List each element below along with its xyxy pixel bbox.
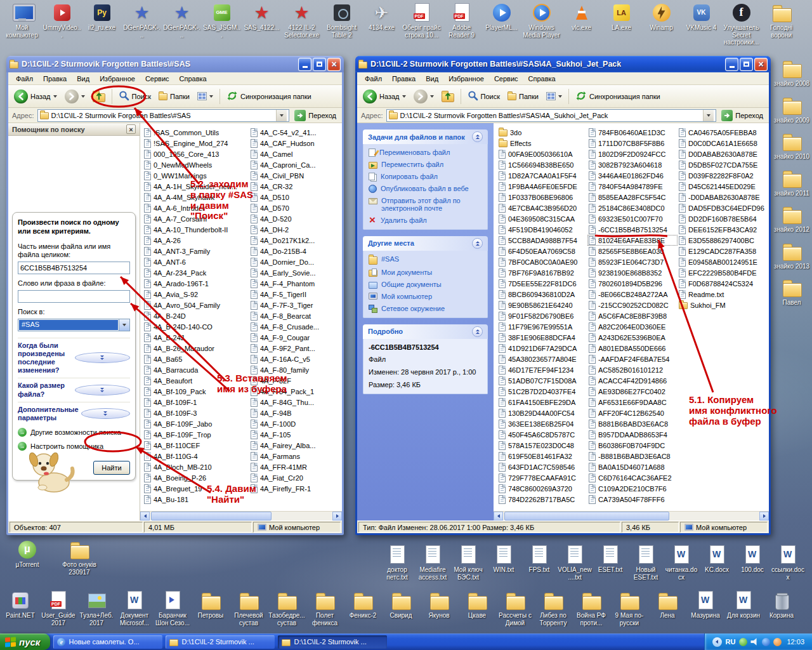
file-item[interactable]: 4A_Fairey_Alba... bbox=[249, 440, 342, 451]
file-item[interactable]: 1F0337B06BE96806 bbox=[497, 192, 587, 202]
file-item[interactable]: 4A_Ba65 bbox=[143, 354, 249, 364]
file-item[interactable]: 04E369508C315CAA bbox=[497, 213, 587, 224]
file-item[interactable]: 3446A4E01862FD46 bbox=[587, 170, 678, 181]
desktop-icon[interactable]: DGenPACK-... bbox=[122, 3, 162, 46]
desktop-icon[interactable]: Павел bbox=[773, 277, 811, 307]
go-button[interactable]: Переход bbox=[292, 110, 338, 121]
file-item[interactable]: 4A_F-9_Cougar bbox=[249, 332, 342, 343]
file-item[interactable]: DEE6152EFB43CA92 bbox=[678, 224, 768, 235]
file-item[interactable]: 4A_F-16A-C_v5 bbox=[249, 354, 342, 364]
scroll-left-button[interactable] bbox=[494, 512, 503, 521]
views-button[interactable] bbox=[543, 90, 565, 102]
task-link[interactable]: Общие документы bbox=[369, 281, 482, 289]
file-item[interactable]: 4A_F-105 bbox=[249, 429, 342, 440]
file-item[interactable]: 450F45A6C8D5787C bbox=[497, 429, 587, 440]
desktop-icon[interactable]: WIN.txt bbox=[486, 545, 521, 581]
file-item[interactable]: -AAFDAF24F6BA7E54 bbox=[587, 354, 678, 364]
folder-item[interactable]: 3do bbox=[497, 127, 587, 138]
file-item[interactable]: 4A_Do217K1k2... bbox=[249, 235, 342, 246]
desktop-icon[interactable]: ESET.txt bbox=[593, 545, 628, 581]
file-item[interactable]: CA739A504F78FFF6 bbox=[587, 494, 678, 505]
back-dropdown-caret[interactable] bbox=[53, 95, 57, 98]
desktop-icon[interactable]: знайко 2011 bbox=[773, 168, 811, 197]
desktop-icon[interactable]: знайко 2009 bbox=[773, 95, 811, 124]
file-item[interactable]: 38F1E906E88DCFA4 bbox=[497, 332, 587, 343]
file-item[interactable]: 000_1956_Core_413 bbox=[143, 149, 249, 159]
search-button[interactable]: Поиск bbox=[115, 88, 154, 104]
start-button[interactable]: пуск bbox=[0, 633, 50, 650]
desktop-icon[interactable]: знайко 2013 bbox=[773, 241, 811, 270]
desktop-icon[interactable]: 4134.exe bbox=[362, 3, 402, 46]
close-button[interactable] bbox=[754, 58, 768, 71]
task-link[interactable]: Сетевое окружение bbox=[369, 305, 482, 313]
views-button[interactable] bbox=[194, 90, 216, 102]
details-header[interactable]: Подробно bbox=[363, 324, 488, 339]
file-item[interactable]: 578A157E023D0C48 bbox=[497, 440, 587, 451]
desktop-icon[interactable]: Либез по Торренту bbox=[534, 590, 572, 627]
desktop-icon[interactable]: Мой ключ БЭС.txt bbox=[450, 545, 486, 581]
file-item[interactable]: 1F9BA4A6FE0E5FDE bbox=[497, 181, 587, 192]
update-tray-icon[interactable] bbox=[773, 638, 782, 646]
file-item[interactable]: 11F79E967E99551A bbox=[497, 321, 587, 332]
file-item[interactable]: 4A_F-5_TigerII bbox=[249, 289, 342, 300]
desktop-icon[interactable]: Якунов bbox=[420, 590, 458, 627]
desktop-icon[interactable]: 100.doc bbox=[735, 545, 770, 581]
horizontal-scrollbar[interactable] bbox=[140, 511, 342, 521]
file-item[interactable]: 82565F5E8B6EA030 bbox=[587, 246, 678, 256]
file-item[interactable]: Readme.txt bbox=[678, 289, 768, 300]
desktop-icon[interactable]: Новый ESET.txt bbox=[628, 545, 664, 581]
desktop-icon[interactable]: Paint.NET bbox=[1, 590, 39, 627]
file-item[interactable]: F0D68788424C5324 bbox=[678, 278, 768, 289]
file-item[interactable]: 4A_Bf-110CEF bbox=[143, 440, 249, 451]
file-item[interactable]: 4A_F-8_Bearcat bbox=[249, 310, 342, 321]
desktop-icon[interactable]: ссылки.docx bbox=[770, 545, 806, 581]
file-item[interactable]: 4A_Bf-109F-1 bbox=[143, 397, 249, 408]
folder-item[interactable]: Sukhoi_FM bbox=[678, 300, 768, 310]
address-dropdown-button[interactable] bbox=[703, 110, 714, 121]
file-item[interactable]: 46D17E7EF94F1234 bbox=[497, 364, 587, 375]
desktop-icon[interactable]: LA.exe bbox=[601, 3, 641, 46]
desktop-icon[interactable]: Баранчик Шон Сезо... bbox=[154, 590, 192, 627]
file-item[interactable]: 7802601894D5B296 bbox=[587, 278, 678, 289]
file-item[interactable]: B957DDAADB8653F4 bbox=[587, 429, 678, 440]
desktop-icon[interactable]: Тазобедре... сустав bbox=[268, 590, 306, 627]
menu-item[interactable]: Справка bbox=[523, 74, 561, 84]
scroll-left-button[interactable] bbox=[140, 512, 150, 521]
desktop-icon[interactable]: Документ Microsof... bbox=[115, 590, 154, 627]
address-input[interactable]: D:\1C\IL-2 Sturmovik Forgotten Battles\#… bbox=[386, 109, 717, 122]
file-item[interactable]: 4A_F-4_Phantom bbox=[249, 278, 342, 289]
scroll-right-button[interactable] bbox=[759, 512, 769, 521]
file-item[interactable]: 25184C86E3408DC0 bbox=[587, 202, 678, 213]
file-item[interactable]: 4A_CR-32 bbox=[249, 181, 342, 192]
file-item[interactable]: 4A_A-26 bbox=[143, 235, 249, 246]
file-item[interactable]: 729F778ECAAFA91C bbox=[497, 472, 587, 483]
file-item[interactable]: 69323E501C007F70 bbox=[587, 213, 678, 224]
other-places-header[interactable]: Другие места bbox=[363, 236, 488, 251]
address-dropdown-button[interactable] bbox=[276, 110, 287, 121]
desktop-icon[interactable]: Мой компьютер bbox=[2, 3, 42, 46]
other-search-options-link[interactable]: Другие возможности поиска bbox=[18, 425, 130, 439]
file-item[interactable]: 4A_Dornier_Do... bbox=[249, 256, 342, 267]
desktop-icon[interactable]: знайко 2012 bbox=[773, 204, 811, 234]
file-item[interactable]: 61FA4150EBFE29DA bbox=[497, 397, 587, 408]
desktop-icon[interactable]: KC.docx bbox=[699, 545, 735, 581]
task-link[interactable]: Мои документы bbox=[369, 269, 482, 277]
desktop-icon[interactable]: UmmyVideo... bbox=[42, 3, 82, 46]
title-bar[interactable]: D:\1C\IL-2 Sturmovik Forgotten Battles\#… bbox=[6, 56, 344, 72]
file-item[interactable]: 619F50E81461FA32 bbox=[497, 451, 587, 461]
up-button[interactable] bbox=[89, 89, 108, 104]
desktop-icon[interactable]: Голодні ворони bbox=[761, 3, 801, 46]
file-item[interactable]: CA04675A05FEBBA8 bbox=[678, 127, 768, 138]
desktop-icon[interactable]: Петровы bbox=[192, 590, 230, 627]
file-item[interactable]: 4A_Ar-234_Pack bbox=[143, 267, 249, 278]
chevron-down-icon[interactable] bbox=[81, 408, 130, 419]
desktop-icon[interactable]: Свирид bbox=[382, 590, 420, 627]
taskbar-task[interactable]: D:\1C\IL-2 Sturmovik ... bbox=[166, 635, 275, 649]
toggle-advanced[interactable]: Дополнительные параметры bbox=[18, 402, 130, 425]
file-item[interactable]: 7BF76F9A8167BB92 bbox=[497, 267, 587, 278]
file-item[interactable]: 4A_Do-215B-4 bbox=[249, 246, 342, 256]
task-link[interactable]: Переименовать файл bbox=[369, 149, 482, 157]
file-item[interactable]: D039F82282F8F0A2 bbox=[678, 170, 768, 181]
file-item[interactable]: 9238190E868B8352 bbox=[587, 267, 678, 278]
folders-button[interactable]: Папки bbox=[155, 90, 193, 102]
